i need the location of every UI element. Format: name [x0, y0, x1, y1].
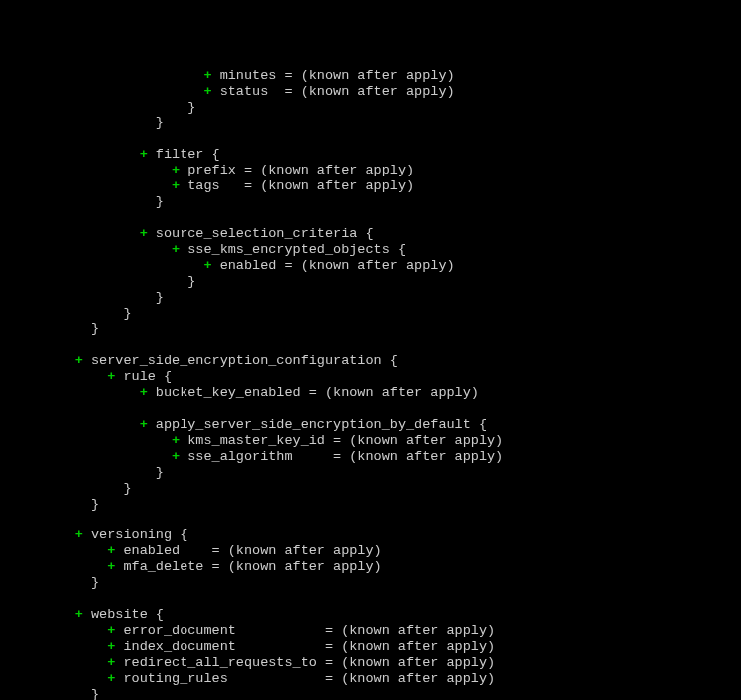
plus-icon: + [172, 163, 180, 177]
plus-icon: + [172, 449, 180, 464]
attr-index-document: index_document = (known after apply) [115, 639, 495, 654]
block-source-selection-criteria: source_selection_criteria { [148, 226, 374, 241]
block-server-side-encryption-configuration: server_side_encryption_configuration { [83, 353, 398, 368]
close-brace: } [91, 321, 99, 336]
plus-icon: + [172, 433, 180, 448]
close-brace: } [156, 465, 164, 480]
attr-sse-algorithm: sse_algorithm = (known after apply) [180, 449, 503, 464]
plus-icon: + [203, 84, 211, 99]
close-brace: } [91, 687, 99, 700]
attr-error-document: error_document = (known after apply) [115, 623, 495, 638]
close-brace: } [156, 194, 164, 209]
plus-icon: + [75, 607, 83, 622]
terminal-output: + minutes = (known after apply) + status… [0, 64, 741, 700]
close-brace: } [123, 481, 131, 496]
attr-prefix: prefix = (known after apply) [180, 163, 414, 177]
attr-routing-rules: routing_rules = (known after apply) [115, 671, 495, 686]
plus-icon: + [140, 147, 148, 162]
plus-icon: + [75, 527, 83, 542]
block-sse-kms-encrypted-objects: sse_kms_encrypted_objects { [180, 242, 406, 257]
plus-icon: + [75, 353, 83, 368]
attr-tags: tags = (known after apply) [180, 178, 414, 193]
attr-enabled: enabled = (known after apply) [115, 543, 381, 558]
close-brace: } [123, 306, 131, 321]
close-brace: } [156, 115, 164, 130]
attr-kms-master-key-id: kms_master_key_id = (known after apply) [180, 433, 503, 448]
plus-icon: + [172, 242, 180, 257]
close-brace: } [91, 575, 99, 590]
plus-icon: + [140, 417, 148, 432]
block-rule: rule { [115, 369, 172, 384]
plus-icon: + [172, 178, 180, 193]
close-brace: } [91, 497, 99, 512]
close-brace: } [187, 274, 195, 289]
plus-icon: + [140, 385, 148, 400]
block-apply-server-side-encryption-by-default: apply_server_side_encryption_by_default … [148, 417, 487, 432]
attr-redirect-all-requests-to: redirect_all_requests_to = (known after … [115, 655, 495, 670]
attr-status: status = (known after apply) [212, 84, 455, 99]
block-website: website { [83, 607, 164, 622]
plus-icon: + [203, 68, 211, 83]
plus-icon: + [203, 258, 211, 273]
close-brace: } [156, 290, 164, 305]
attr-mfa-delete: mfa_delete = (known after apply) [115, 559, 381, 574]
attr-bucket-key-enabled: bucket_key_enabled = (known after apply) [148, 385, 479, 400]
attr-enabled: enabled = (known after apply) [212, 258, 455, 273]
close-brace: } [187, 100, 195, 115]
attr-minutes: minutes = (known after apply) [212, 68, 455, 83]
plus-icon: + [140, 226, 148, 241]
block-filter: filter { [148, 147, 220, 162]
block-versioning: versioning { [83, 527, 187, 542]
